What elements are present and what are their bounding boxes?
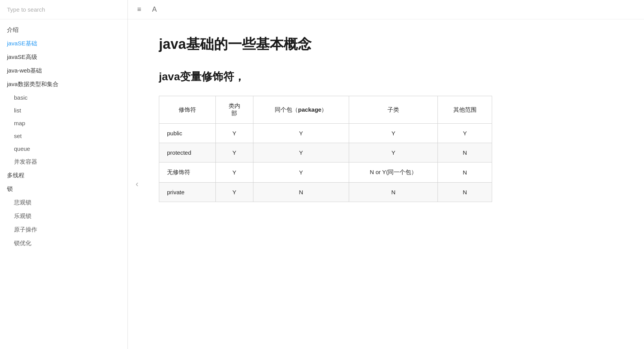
modifier-table: 修饰符类内部同个包（package）子类其他范围 publicYYYYprote… bbox=[159, 96, 492, 202]
sidebar-item[interactable]: basic bbox=[0, 91, 127, 104]
sidebar-item[interactable]: 锁优化 bbox=[0, 237, 127, 250]
table-cell: Y bbox=[216, 162, 253, 183]
table-cell: N bbox=[438, 162, 492, 183]
table-cell: 无修饰符 bbox=[159, 162, 216, 183]
th-col-4: 其他范围 bbox=[438, 96, 492, 124]
table-cell: Y bbox=[349, 124, 438, 143]
table-row: publicYYYY bbox=[159, 124, 492, 143]
main-content: ‹ java基础的一些基本概念 java变量修饰符， 修饰符类内部同个包（pac… bbox=[128, 19, 644, 349]
table-cell: N or Y(同一个包） bbox=[349, 162, 438, 183]
table-cell: Y bbox=[216, 143, 253, 162]
back-button[interactable]: ‹ bbox=[136, 179, 138, 189]
font-icon[interactable]: A bbox=[150, 4, 159, 15]
sidebar-item[interactable]: list bbox=[0, 104, 127, 117]
table-cell: Y bbox=[438, 124, 492, 143]
th-col-2: 同个包（package） bbox=[253, 96, 349, 124]
table-header: 修饰符类内部同个包（package）子类其他范围 bbox=[159, 96, 492, 124]
table-cell: N bbox=[438, 143, 492, 162]
sidebar-item[interactable]: map bbox=[0, 117, 127, 130]
nav-list: 介绍javaSE基础javaSE高级java-web基础java数据类型和集合b… bbox=[0, 19, 127, 254]
sidebar-item[interactable]: java数据类型和集合 bbox=[0, 78, 127, 91]
sidebar-item[interactable]: set bbox=[0, 130, 127, 142]
section-title: java变量修饰符， bbox=[159, 69, 613, 84]
sidebar-item[interactable]: 乐观锁 bbox=[0, 209, 127, 223]
toolbar: ≡ A bbox=[128, 0, 644, 19]
table-body: publicYYYYprotectedYYYN无修饰符YYN or Y(同一个包… bbox=[159, 124, 492, 202]
sidebar-item[interactable]: 多线程 bbox=[0, 169, 127, 182]
sidebar-item[interactable]: queue bbox=[0, 142, 127, 155]
table-cell: Y bbox=[349, 143, 438, 162]
content-wrapper: ≡ A ‹ java基础的一些基本概念 java变量修饰符， 修饰符类内部同个包… bbox=[128, 0, 644, 349]
th-col-0: 修饰符 bbox=[159, 96, 216, 124]
table-cell: Y bbox=[253, 124, 349, 143]
search-input[interactable]: Type to search bbox=[0, 0, 127, 19]
table-cell: Y bbox=[253, 143, 349, 162]
sidebar-item[interactable]: 并发容器 bbox=[0, 155, 127, 169]
table-cell: private bbox=[159, 183, 216, 202]
table-row: protectedYYYN bbox=[159, 143, 492, 162]
table-row: privateYNNN bbox=[159, 183, 492, 202]
th-col-3: 子类 bbox=[349, 96, 438, 124]
th-col-1: 类内部 bbox=[216, 96, 253, 124]
sidebar-item[interactable]: 锁 bbox=[0, 182, 127, 196]
table-cell: Y bbox=[216, 183, 253, 202]
table-cell: Y bbox=[216, 124, 253, 143]
sidebar-item[interactable]: 原子操作 bbox=[0, 223, 127, 237]
table-row: 无修饰符YYN or Y(同一个包）N bbox=[159, 162, 492, 183]
sidebar-item[interactable]: 介绍 bbox=[0, 23, 127, 37]
page-title: java基础的一些基本概念 bbox=[159, 35, 613, 54]
menu-icon[interactable]: ≡ bbox=[135, 4, 144, 15]
sidebar-item[interactable]: 悲观锁 bbox=[0, 196, 127, 209]
sidebar-item[interactable]: javaSE高级 bbox=[0, 50, 127, 64]
table-cell: N bbox=[253, 183, 349, 202]
table-cell: N bbox=[438, 183, 492, 202]
sidebar-item[interactable]: java-web基础 bbox=[0, 64, 127, 78]
table-cell: protected bbox=[159, 143, 216, 162]
sidebar: Type to search 介绍javaSE基础javaSE高级java-we… bbox=[0, 0, 128, 349]
table-cell: N bbox=[349, 183, 438, 202]
table-cell: public bbox=[159, 124, 216, 143]
table-cell: Y bbox=[253, 162, 349, 183]
sidebar-item[interactable]: javaSE基础 bbox=[0, 37, 127, 50]
